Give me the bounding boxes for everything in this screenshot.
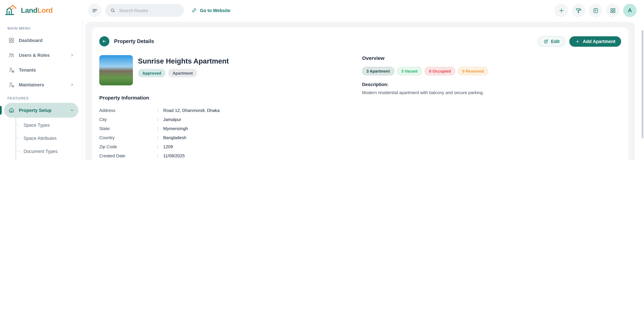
info-row-colon: :: [157, 144, 163, 149]
pencil-icon: [543, 39, 548, 44]
avatar[interactable]: A: [623, 4, 636, 17]
overview-column: Overview 3 Apartment3 Vacant0 Occupied0 …: [362, 55, 621, 160]
chevron-down-icon: [70, 108, 74, 113]
edit-button[interactable]: Edit: [538, 36, 565, 46]
status-badge: 0 Reserved: [458, 67, 488, 75]
content-shell: Property Details Edit Add Apartment: [86, 22, 635, 160]
info-row: City:Jamalpur: [99, 115, 362, 124]
user-slash-icon: [8, 81, 15, 88]
sidebar-subtree: Space TypesSpace AttributesDocument Type…: [16, 118, 78, 160]
property-name: Sunrise Heights Apartment: [138, 57, 229, 65]
sidebar-subitem-label: Space Types: [24, 123, 50, 128]
sidebar-item-property-setup[interactable]: Property Setup: [4, 103, 78, 118]
sidebar-item-label: Users & Roles: [19, 53, 50, 58]
info-row-value: Road 12, Dhanmondi, Dhaka: [163, 108, 220, 113]
notepad-icon: [592, 7, 599, 13]
sidebar-item-label: Dashboard: [19, 38, 42, 43]
info-row-label: City: [99, 117, 157, 122]
sidebar-subitem-label: Space Attributes: [24, 136, 57, 141]
top-actions: A: [554, 4, 636, 17]
info-row-label: State:: [99, 126, 157, 131]
description-text: Modern residential apartment with balcon…: [362, 90, 621, 95]
info-row-value: Mymensingh: [163, 126, 188, 131]
sidebar-item-dashboard[interactable]: Dashboard: [4, 33, 78, 48]
arrow-left-icon: [102, 39, 107, 44]
search-icon: [110, 8, 116, 13]
scrollbar-thumb[interactable]: [642, 30, 643, 138]
property-information-title: Property Information: [99, 95, 362, 100]
info-row-label: Country: [99, 135, 157, 140]
info-row: Zip Code:1209: [99, 142, 362, 151]
status-badge: 3 Vacant: [397, 67, 422, 75]
info-row-colon: :: [157, 153, 163, 158]
property-summary: Sunrise Heights Apartment ApprovedApartm…: [99, 55, 362, 85]
property-thumbnail[interactable]: [99, 55, 133, 85]
info-row-value: 11/08/2025: [163, 153, 185, 158]
property-overview-section: Sunrise Heights Apartment ApprovedApartm…: [99, 55, 621, 160]
property-summary-column: Sunrise Heights Apartment ApprovedApartm…: [99, 55, 362, 160]
sidebar-subitem-space-attributes[interactable]: Space Attributes: [16, 132, 78, 145]
info-row-colon: :: [157, 126, 163, 131]
status-badge: Approved: [138, 69, 166, 77]
status-badge: Apartment: [168, 69, 197, 77]
brand-logo[interactable]: LandLord: [0, 0, 82, 21]
status-badge: 0 Occupied: [425, 67, 455, 75]
home-icon: [8, 107, 15, 114]
description-label: Description:: [362, 82, 621, 87]
info-row-value: Jamalpur: [163, 117, 181, 122]
user-plus-icon: [8, 66, 15, 73]
notes-button[interactable]: [589, 4, 602, 17]
plus-icon: [575, 39, 580, 44]
page-header: Property Details Edit Add Apartment: [99, 36, 621, 46]
top-bar: Go to Website A: [82, 0, 644, 21]
status-badge: 3 Apartment: [362, 67, 394, 75]
sidebar-item-label: Maintainers: [19, 82, 44, 87]
sidebar-item-label: Tenants: [19, 67, 36, 72]
sidebar: LandLord MAIN MENUDashboardUsers & Roles…: [0, 0, 83, 160]
apps-grid-icon: [610, 7, 616, 13]
info-row-label: Zip Code: [99, 144, 157, 149]
search-box[interactable]: [105, 4, 184, 17]
info-row: Country:Bangladesh: [99, 133, 362, 142]
overview-badges: 3 Apartment3 Vacant0 Occupied0 Reserved: [362, 67, 621, 75]
sidebar-subitem-space-types[interactable]: Space Types: [16, 119, 78, 132]
info-row-label: Address: [99, 108, 157, 113]
info-row-colon: :: [157, 108, 163, 113]
sidebar-item-label: Property Setup: [19, 108, 52, 113]
chevron-right-icon: [70, 53, 74, 57]
sidebar-subitem-property-categories[interactable]: Property Categories: [16, 158, 78, 160]
sidebar-item-users-roles[interactable]: Users & Roles: [4, 48, 78, 62]
search-input[interactable]: [118, 7, 179, 13]
header-actions: Edit Add Apartment: [538, 36, 621, 46]
chevron-right-icon: [70, 82, 74, 87]
sidebar-toggle-button[interactable]: [88, 4, 101, 17]
info-row: State::Mymensingh: [99, 124, 362, 133]
theme-button[interactable]: [572, 4, 585, 17]
info-row: Created Date:11/08/2025: [99, 151, 362, 160]
sidebar-subitem-document-types[interactable]: Document Types: [16, 145, 78, 158]
go-to-website-link[interactable]: Go to Website: [191, 7, 230, 13]
landlord-house-icon: [4, 4, 18, 16]
info-row: Address:Road 12, Dhanmondi, Dhaka: [99, 106, 362, 115]
users-icon: [8, 52, 15, 58]
sidebar-nav: MAIN MENUDashboardUsers & RolesTenantsMa…: [0, 21, 82, 160]
plus-icon: [558, 7, 564, 13]
info-row-value: 1209: [163, 144, 173, 149]
page-title: Property Details: [114, 38, 154, 44]
info-row-value: Bangladesh: [163, 135, 186, 140]
quick-add-button[interactable]: [554, 4, 568, 17]
apps-button[interactable]: [606, 4, 620, 17]
info-row-colon: :: [157, 135, 163, 140]
overview-title: Overview: [362, 55, 621, 61]
sidebar-item-maintainers[interactable]: Maintainers: [4, 77, 78, 92]
sidebar-item-tenants[interactable]: Tenants: [4, 62, 78, 77]
add-apartment-button[interactable]: Add Apartment: [569, 36, 621, 46]
info-row-label: Created Date: [99, 153, 157, 158]
back-button[interactable]: [99, 36, 109, 46]
property-details-card: Property Details Edit Add Apartment: [92, 27, 628, 160]
paint-roller-icon: [575, 7, 582, 13]
app-window: LandLord MAIN MENUDashboardUsers & Roles…: [0, 0, 644, 160]
sidebar-subitem-label: Document Types: [24, 149, 58, 154]
hamburger-icon: [91, 7, 98, 13]
grid-icon: [8, 37, 15, 44]
